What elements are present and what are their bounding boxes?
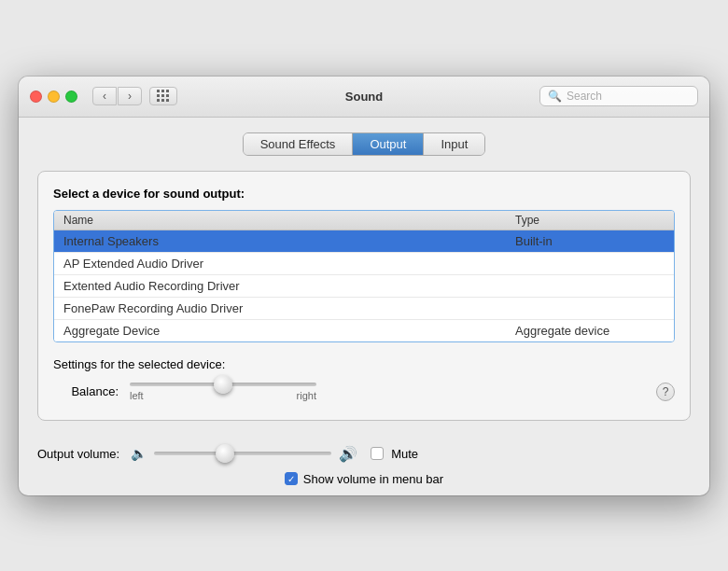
balance-right-label: right [297, 390, 316, 401]
search-icon: 🔍 [548, 90, 562, 103]
device-name: FonePaw Recording Audio Driver [63, 301, 515, 315]
output-panel: Select a device for sound output: Name T… [37, 171, 691, 421]
nav-buttons: ‹ › [92, 87, 142, 105]
device-section-title: Select a device for sound output: [53, 187, 675, 201]
minimize-button[interactable] [48, 91, 60, 103]
mute-checkbox[interactable] [371, 447, 384, 460]
col-header-type: Type [515, 214, 665, 227]
table-row[interactable]: FonePaw Recording Audio Driver [54, 298, 674, 320]
balance-slider-thumb[interactable] [214, 375, 232, 394]
show-volume-checkbox[interactable]: ✓ [285, 472, 298, 485]
output-volume-slider[interactable] [154, 452, 331, 455]
col-header-name: Name [63, 214, 515, 227]
help-button[interactable]: ? [656, 383, 675, 401]
output-volume-thumb[interactable] [216, 444, 234, 463]
output-volume-label: Output volume: [37, 447, 119, 461]
volume-low-icon: 🔈 [131, 446, 147, 461]
maximize-button[interactable] [65, 91, 77, 103]
device-name: Aggregate Device [63, 324, 515, 338]
settings-section: Settings for the selected device: Balanc… [53, 357, 675, 401]
balance-label: Balance: [53, 384, 119, 398]
grid-button[interactable] [149, 87, 177, 105]
tab-input[interactable]: Input [424, 133, 484, 155]
volume-high-icon: 🔊 [339, 445, 357, 463]
device-name: Internal Speakers [63, 234, 515, 248]
show-volume-label: Show volume in menu bar [303, 472, 443, 486]
balance-slider-container: left right [130, 383, 316, 401]
content-area: Sound Effects Output Input Select a devi… [19, 118, 709, 436]
bottom-bar: Output volume: 🔈 🔊 Mute [19, 436, 709, 472]
traffic-lights [30, 91, 77, 103]
tab-output[interactable]: Output [353, 133, 424, 155]
tab-sound-effects[interactable]: Sound Effects [244, 133, 354, 155]
mute-label: Mute [391, 447, 418, 461]
table-header: Name Type [54, 211, 674, 230]
back-button[interactable]: ‹ [92, 87, 117, 105]
close-button[interactable] [30, 91, 42, 103]
device-name: AP Extended Audio Driver [63, 257, 515, 271]
device-type: Built-in [515, 234, 665, 248]
balance-row: Balance: left right ? [53, 383, 675, 401]
tab-bar: Sound Effects Output Input [37, 132, 691, 156]
grid-icon [157, 90, 170, 103]
device-type: Aggregate device [515, 324, 665, 338]
forward-button[interactable]: › [118, 87, 142, 105]
balance-left-label: left [130, 390, 144, 401]
table-row[interactable]: Internal Speakers Built-in [54, 230, 674, 253]
window-title: Sound [345, 90, 383, 104]
search-placeholder: Search [567, 90, 602, 103]
table-row[interactable]: Extented Audio Recording Driver [54, 275, 674, 298]
balance-slider-track[interactable] [130, 383, 316, 386]
device-name: Extented Audio Recording Driver [63, 279, 515, 293]
tab-group: Sound Effects Output Input [243, 132, 486, 156]
table-row[interactable]: Aggregate Device Aggregate device [54, 320, 674, 341]
settings-title: Settings for the selected device: [53, 357, 675, 371]
search-box[interactable]: 🔍 Search [539, 86, 698, 106]
show-volume-row: ✓ Show volume in menu bar [19, 472, 709, 495]
main-window: ‹ › Sound 🔍 Search Sound Effects Output … [19, 77, 709, 495]
titlebar: ‹ › Sound 🔍 Search [19, 77, 709, 118]
table-row[interactable]: AP Extended Audio Driver [54, 253, 674, 275]
device-table: Name Type Internal Speakers Built-in AP … [53, 210, 675, 342]
